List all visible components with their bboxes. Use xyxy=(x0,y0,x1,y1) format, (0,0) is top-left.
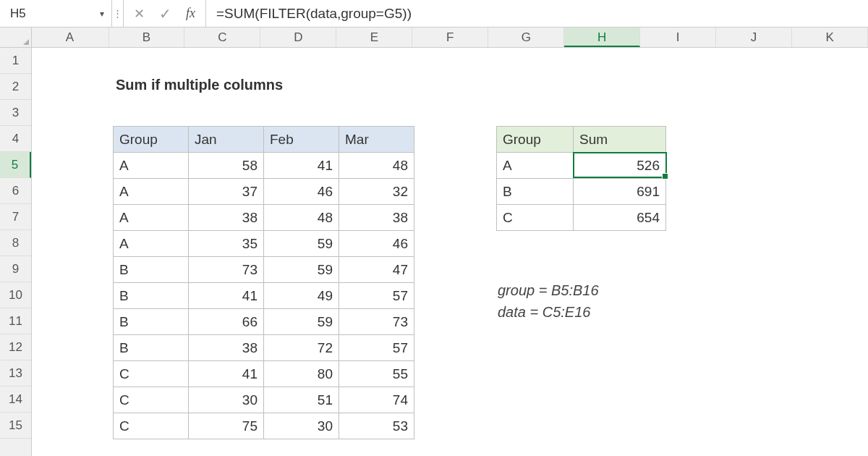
cell-group[interactable]: A xyxy=(497,153,574,179)
confirm-icon[interactable]: ✓ xyxy=(159,7,171,21)
cell-group[interactable]: B xyxy=(114,283,189,309)
cell-group[interactable]: C xyxy=(114,361,189,387)
cell-mar[interactable]: 46 xyxy=(339,231,414,257)
cell-feb[interactable]: 51 xyxy=(264,387,339,413)
cell-group[interactable]: A xyxy=(114,205,189,231)
col-header-i[interactable]: I xyxy=(640,28,716,47)
cancel-icon[interactable]: ✕ xyxy=(134,6,145,22)
table-row: B665973 xyxy=(114,309,414,335)
cell-group[interactable]: B xyxy=(114,309,189,335)
row-header-10[interactable]: 10 xyxy=(0,282,31,308)
cell-feb[interactable]: 72 xyxy=(264,335,339,361)
cell-jan[interactable]: 66 xyxy=(189,309,264,335)
cell-group[interactable]: B xyxy=(497,179,574,205)
formula-input[interactable]: =SUM(FILTER(data,group=G5)) xyxy=(206,6,868,22)
col-header-b[interactable]: B xyxy=(109,28,185,47)
row-header-9[interactable]: 9 xyxy=(0,256,31,282)
row-header-12[interactable]: 12 xyxy=(0,334,31,360)
cell-jan[interactable]: 30 xyxy=(189,387,264,413)
cell-mar[interactable]: 48 xyxy=(339,153,414,179)
header-sum[interactable]: Sum xyxy=(574,127,666,153)
cell-group[interactable]: B xyxy=(114,257,189,283)
name-box[interactable]: H5 ▾ xyxy=(0,0,112,27)
cell-group[interactable]: C xyxy=(114,413,189,439)
row-header-6[interactable]: 6 xyxy=(0,178,31,204)
cell-group[interactable]: A xyxy=(114,153,189,179)
cell-mar[interactable]: 47 xyxy=(339,257,414,283)
cell-feb[interactable]: 59 xyxy=(264,231,339,257)
select-all-corner[interactable] xyxy=(0,28,32,47)
cell-mar[interactable]: 32 xyxy=(339,179,414,205)
cell-group[interactable]: B xyxy=(114,335,189,361)
header-feb[interactable]: Feb xyxy=(264,127,339,153)
cell-feb[interactable]: 46 xyxy=(264,179,339,205)
cell-jan[interactable]: 75 xyxy=(189,413,264,439)
col-header-e[interactable]: E xyxy=(336,28,412,47)
cell-sum[interactable]: 654 xyxy=(574,205,666,231)
row-header-1[interactable]: 1 xyxy=(0,48,31,74)
fx-icon[interactable]: fx xyxy=(186,6,195,21)
cell-mar[interactable]: 38 xyxy=(339,205,414,231)
cell-jan[interactable]: 35 xyxy=(189,231,264,257)
cell-jan[interactable]: 38 xyxy=(189,335,264,361)
cell-group[interactable]: C xyxy=(497,205,574,231)
chevron-down-icon[interactable]: ▾ xyxy=(100,9,104,19)
row-header-2[interactable]: 2 xyxy=(0,74,31,100)
cell-sum[interactable]: 526 xyxy=(574,153,666,179)
table-row: B691 xyxy=(497,179,666,205)
cell-feb[interactable]: 48 xyxy=(264,205,339,231)
row-header-7[interactable]: 7 xyxy=(0,204,31,230)
cell-mar[interactable]: 57 xyxy=(339,335,414,361)
cell-mar[interactable]: 53 xyxy=(339,413,414,439)
worksheet-grid[interactable]: Sum if multiple columns Group Jan Feb Ma… xyxy=(32,48,868,456)
col-header-j[interactable]: J xyxy=(716,28,792,47)
cell-mar[interactable]: 57 xyxy=(339,283,414,309)
cell-mar[interactable]: 55 xyxy=(339,361,414,387)
col-header-c[interactable]: C xyxy=(184,28,260,47)
header-mar[interactable]: Mar xyxy=(339,127,414,153)
cell-jan[interactable]: 37 xyxy=(189,179,264,205)
cell-feb[interactable]: 49 xyxy=(264,283,339,309)
cell-jan[interactable]: 73 xyxy=(189,257,264,283)
table-row: C654 xyxy=(497,205,666,231)
col-header-g[interactable]: G xyxy=(488,28,564,47)
cell-mar[interactable]: 73 xyxy=(339,309,414,335)
cell-jan[interactable]: 41 xyxy=(189,361,264,387)
row-header-11[interactable]: 11 xyxy=(0,308,31,334)
col-header-d[interactable]: D xyxy=(260,28,336,47)
cell-group[interactable]: A xyxy=(114,231,189,257)
header-group[interactable]: Group xyxy=(114,127,189,153)
cell-jan[interactable]: 38 xyxy=(189,205,264,231)
summary-table: Group Sum A526 B691 C654 xyxy=(496,126,666,231)
table-row: B414957 xyxy=(114,283,414,309)
table-row: A384838 xyxy=(114,205,414,231)
cell-sum[interactable]: 691 xyxy=(574,179,666,205)
cell-group[interactable]: C xyxy=(114,387,189,413)
cell-feb[interactable]: 59 xyxy=(264,257,339,283)
cell-feb[interactable]: 30 xyxy=(264,413,339,439)
header-group[interactable]: Group xyxy=(497,127,574,153)
cell-jan[interactable]: 58 xyxy=(189,153,264,179)
col-header-k[interactable]: K xyxy=(792,28,868,47)
row-header-15[interactable]: 15 xyxy=(0,413,31,439)
row-header-5[interactable]: 5 xyxy=(0,152,31,178)
cell-group[interactable]: A xyxy=(114,179,189,205)
cell-feb[interactable]: 59 xyxy=(264,309,339,335)
row-header-13[interactable]: 13 xyxy=(0,360,31,387)
cell-feb[interactable]: 41 xyxy=(264,153,339,179)
row-header-8[interactable]: 8 xyxy=(0,230,31,256)
formula-bar: H5 ▾ ⋮ ✕ ✓ fx =SUM(FILTER(data,group=G5)… xyxy=(0,0,868,28)
table-row: B387257 xyxy=(114,335,414,361)
col-header-a[interactable]: A xyxy=(32,28,109,47)
cell-mar[interactable]: 74 xyxy=(339,387,414,413)
cell-jan[interactable]: 41 xyxy=(189,283,264,309)
col-header-f[interactable]: F xyxy=(412,28,488,47)
row-headers: 1 2 3 4 5 6 7 8 9 10 11 12 13 14 15 xyxy=(0,48,32,456)
summary-header-row: Group Sum xyxy=(497,127,666,153)
row-header-14[interactable]: 14 xyxy=(0,387,31,413)
cell-feb[interactable]: 80 xyxy=(264,361,339,387)
row-header-3[interactable]: 3 xyxy=(0,100,31,126)
row-header-4[interactable]: 4 xyxy=(0,126,31,152)
col-header-h[interactable]: H xyxy=(564,28,640,47)
header-jan[interactable]: Jan xyxy=(189,127,264,153)
